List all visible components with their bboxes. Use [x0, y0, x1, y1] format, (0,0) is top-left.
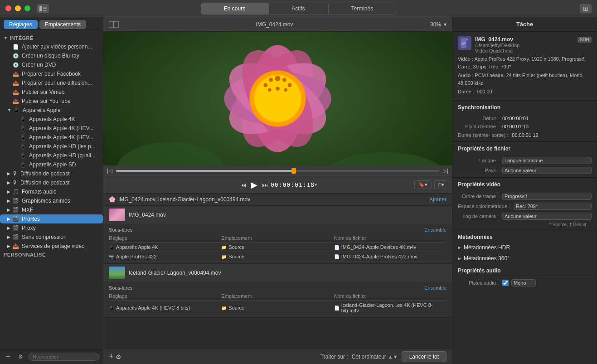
svg-rect-1 [43, 7, 47, 8]
metadata-360-label: Métadonnées 360° [464, 255, 510, 262]
sidebar-group-appareils-apple[interactable]: ▼ 📱 Appareils Apple [0, 106, 103, 115]
tab-en-cours[interactable]: En cours [201, 3, 268, 15]
services-arrow-icon: ▶ [7, 244, 10, 248]
sidebar-tab-emplacements[interactable]: Emplacements [39, 20, 86, 29]
sidebar-item-apple4k-hevc2[interactable]: 📱 Appareils Apple 4K (HEV... [0, 133, 103, 142]
svg-point-22 [288, 83, 292, 87]
sidebar-toggle-button[interactable] [37, 4, 49, 13]
action-button[interactable]: □▾ [434, 180, 448, 189]
maximize-button[interactable] [24, 5, 30, 11]
output-row-1-0: 📱 Appareils Apple 4K (HEVC 8 bits) 📁 Sou… [109, 301, 447, 315]
video-note: * Source, † Déduit [458, 221, 592, 228]
sidebar-item-apple-hd-les[interactable]: 📱 Appareils Apple HD (les p... [0, 142, 103, 151]
sidebar-tab-reglages[interactable]: Réglages [4, 20, 38, 29]
thumb-flower-image [109, 209, 125, 221]
timeline-handle[interactable] [291, 168, 296, 174]
source-name-iceland: Iceland-Glacier-Lagoon_v000494.mov [129, 270, 447, 276]
timecode-dropdown-icon[interactable]: ▾ [315, 182, 317, 188]
file-duree-row: Durée : 000:00 [458, 88, 592, 96]
sidebar-group-sans-compression[interactable]: ▶ 🎬 Sans compression [0, 233, 103, 242]
sidebar-footer: + ⚙ [0, 349, 103, 364]
section-header-personnalise: PERSONNALISÉ [0, 251, 103, 259]
sidebar-item-apple4k[interactable]: 📱 Appareils Apple 4K [0, 115, 103, 124]
pistes-audio-checkbox[interactable] [502, 280, 509, 286]
metadata-hdr-row[interactable]: ▶ Métadonnées HDR [452, 242, 597, 253]
dvd-icon: 💿 [13, 62, 19, 68]
add-preset-button[interactable]: + [4, 352, 13, 361]
sidebar-item-youtube[interactable]: 📤 Publier sur YouTube [0, 97, 103, 106]
close-button[interactable] [5, 5, 11, 11]
process-chevron-icon: ▲▼ [388, 354, 398, 359]
sync-duree-label: Durée (entrée- sortie) : [458, 132, 508, 138]
pays-select[interactable]: Aucune valeur [502, 167, 592, 174]
youtube-icon: 📤 [13, 98, 19, 104]
pays-label: Pays : [458, 168, 499, 173]
sidebar-item-apple-hd-quali[interactable]: 📱 Appareils Apple HD (quali... [0, 151, 103, 160]
sidebar-group-services-partage[interactable]: ▶ 📤 Services de partage vidéo [0, 242, 103, 251]
process-select-control[interactable]: Cet ordinateur ▲▼ [352, 354, 398, 360]
pistes-audio-control: Mono [502, 279, 536, 286]
output-cell-fichier-0-0: 📄 IMG_0424-Apple Devices 4K.m4v [334, 244, 447, 250]
sidebar-group-proxy[interactable]: ▶ 🎬 Proxy [0, 223, 103, 233]
next-frame-button[interactable]: ⏭ [260, 180, 271, 190]
sidebar-item-apple4k-hevc1[interactable]: 📱 Appareils Apple 4K (HEV... [0, 124, 103, 133]
add-job-button[interactable]: + [109, 352, 114, 361]
job-settings-button[interactable]: ⚙ [116, 352, 121, 361]
main-tabs: En cours Actifs Terminés [201, 3, 396, 15]
tab-termines[interactable]: Terminés [328, 3, 397, 15]
output-row-0-0: 📱 Appareils Apple 4K 📁 Source 📄 IMG_0424… [109, 243, 447, 252]
duree-value: 000:00 [477, 88, 492, 96]
main-layout: Réglages Emplacements ▼ INTÉGRÉ 📄 Ajoute… [0, 17, 597, 364]
sidebar-item-ajouter-videos[interactable]: 📄 Ajouter aux vidéos personn... [0, 42, 103, 51]
sidebar: Réglages Emplacements ▼ INTÉGRÉ 📄 Ajoute… [0, 17, 103, 364]
props-video-section: Ordre de trame : Progressif Espace color… [452, 189, 597, 230]
facebook-icon: 📤 [13, 71, 19, 77]
espace-colo-select[interactable]: Rec. 709* [514, 203, 592, 210]
svg-point-21 [269, 78, 273, 82]
pistes-audio-select[interactable]: Mono [511, 279, 536, 286]
tab-actifs[interactable]: Actifs [268, 3, 328, 15]
sidebar-group-graphismes[interactable]: ▶ 🎬 Graphismes animés [0, 196, 103, 205]
ordre-trame-select[interactable]: Progressif [502, 193, 592, 200]
source-row-img0424: IMG_0424.mov [103, 206, 452, 224]
file-type: Vidéo QuickTime [475, 48, 592, 53]
sidebar-item-facebook[interactable]: 📤 Préparer pour Facebook [0, 69, 103, 78]
sidebar-group-prores[interactable]: ▶ 🎬 ProRes [0, 214, 103, 223]
ensemble-button-img0424[interactable]: Ensemble [424, 227, 447, 233]
search-input[interactable] [29, 353, 99, 361]
video-header: IMG_0424.mov 30% ▾ [103, 17, 452, 32]
sidebar-item-apple-sd[interactable]: 📱 Appareils Apple SD [0, 160, 103, 169]
sidebar-item-vimeo[interactable]: 📤 Publier sur Vimeo [0, 87, 103, 97]
grid-view-button[interactable]: ⊞ [580, 4, 592, 13]
prev-frame-button[interactable]: ⏮ [238, 180, 249, 190]
sidebar-item-diffusion[interactable]: 📤 Préparer pour une diffusion... [0, 78, 103, 87]
subtitles-label-iceland: Sous-titres [109, 285, 133, 291]
subtitles-section-iceland: Sous-titres Ensemble Réglage Emplacement… [103, 282, 452, 317]
job-add-button[interactable]: Ajouter [429, 196, 447, 203]
sidebar-item-dvd[interactable]: 💿 Créer un DVD [0, 60, 103, 69]
sidebar-item-bluray[interactable]: 💿 Créer un disque Blu-ray [0, 51, 103, 60]
metadata-360-row[interactable]: ▶ Métadonnées 360° [452, 253, 597, 264]
sidebar-group-mxf[interactable]: ▶ 🎬 MXF [0, 205, 103, 214]
sidebar-group-diffusion2[interactable]: ▶ 🎙 Diffusion de podcast [0, 178, 103, 187]
hdr-chevron-icon: ▶ [458, 245, 461, 250]
output-row-0-1: 📷 Apple ProRes 422 📁 Source 📄 IMG_0424-A… [109, 252, 447, 262]
phone-small-icon: 📱 [109, 245, 114, 250]
bookmark-button[interactable]: 🔖▾ [414, 180, 432, 189]
log-camera-select[interactable]: Aucune valeur [502, 213, 592, 220]
phone-icon: 📱 [20, 153, 26, 159]
sidebar-group-diffusion1[interactable]: ▶ 🎙 Diffusion de podcast [0, 169, 103, 178]
play-button[interactable]: ▶ [249, 180, 260, 190]
timeline-track[interactable] [116, 170, 439, 172]
phone-icon: 📱 [20, 116, 26, 122]
preset-settings-button[interactable]: ⚙ [16, 352, 25, 361]
sidebar-group-formats-audio[interactable]: ▶ 🎵 Formats audio [0, 187, 103, 196]
minimize-button[interactable] [15, 5, 21, 11]
langue-select[interactable]: Langue inconnue [502, 157, 592, 164]
log-camera-row: Log de caméra : Aucune valeur [458, 211, 592, 221]
file-icon-1-0: 📄 [334, 306, 340, 311]
zoom-control[interactable]: 30% ▾ [430, 21, 447, 28]
svg-point-19 [275, 76, 281, 81]
ensemble-button-iceland[interactable]: Ensemble [424, 285, 447, 291]
launch-button[interactable]: Lancer le lot [402, 351, 447, 362]
